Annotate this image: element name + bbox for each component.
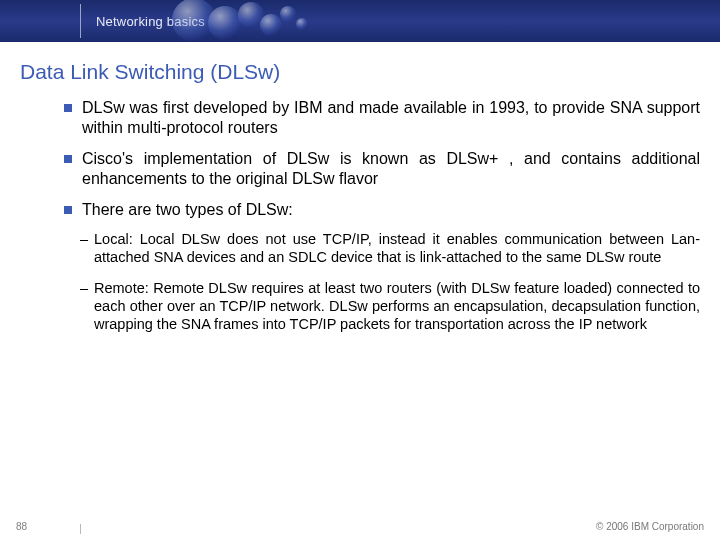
slide-content: Data Link Switching (DLSw) DLSw was firs… xyxy=(0,42,720,333)
slide: Networking basics Data Link Switching (D… xyxy=(0,0,720,540)
sub-bullet-label: Remote: xyxy=(94,280,149,296)
slide-footer: 88 © 2006 IBM Corporation xyxy=(0,516,720,540)
sub-bullet-text: Local DLSw does not use TCP/IP, instead … xyxy=(94,231,700,265)
copyright-text: © 2006 IBM Corporation xyxy=(596,521,704,532)
page-number: 88 xyxy=(16,521,27,532)
sub-bullet-text: Remote DLSw requires at least two router… xyxy=(94,280,700,332)
bullet-item: Cisco's implementation of DLSw is known … xyxy=(64,149,700,190)
header-title: Networking basics xyxy=(96,14,205,29)
bullet-item: There are two types of DLSw: xyxy=(64,200,700,220)
slide-heading: Data Link Switching (DLSw) xyxy=(20,60,700,84)
sub-bullet-list: Local: Local DLSw does not use TCP/IP, i… xyxy=(80,230,700,333)
bullet-item: DLSw was first developed by IBM and made… xyxy=(64,98,700,139)
sub-bullet-item: Local: Local DLSw does not use TCP/IP, i… xyxy=(80,230,700,266)
slide-header: Networking basics xyxy=(0,0,720,42)
sub-bullet-item: Remote: Remote DLSw requires at least tw… xyxy=(80,279,700,333)
header-divider xyxy=(80,4,81,38)
bullet-list: DLSw was first developed by IBM and made… xyxy=(64,98,700,220)
sub-bullet-label: Local: xyxy=(94,231,133,247)
